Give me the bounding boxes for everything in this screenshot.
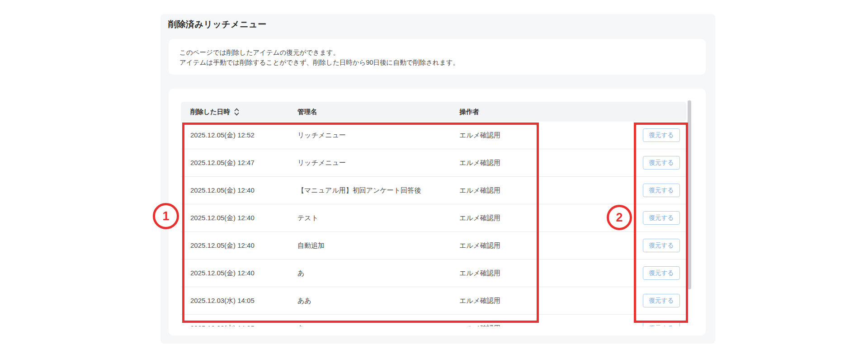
cell-operator: エルメ確認用 [459,131,634,140]
restore-button[interactable]: 復元する [643,156,680,170]
table-header-row: 削除した日時 管理名 操作者 [181,102,686,122]
table-row: 2025.12.03(水) 14:05あエルメ確認用復元する [181,315,686,326]
column-header-operator: 操作者 [459,108,634,116]
cell-deleted-at: 2025.12.05(金) 12:40 [190,214,297,222]
cell-name: テスト [297,214,459,222]
table-body: 2025.12.05(金) 12:52リッチメニューエルメ確認用復元する2025… [181,122,686,326]
cell-operator: エルメ確認用 [459,269,634,278]
restore-button[interactable]: 復元する [643,211,680,225]
deleted-rich-menu-card: 削除済みリッチメニュー このページでは削除したアイテムの復元ができます。 アイテ… [160,14,715,344]
column-header-deleted-at[interactable]: 削除した日時 [190,108,297,116]
column-header-name-label: 管理名 [297,108,317,116]
column-header-name: 管理名 [297,108,459,116]
table-scroll-area[interactable]: 削除した日時 管理名 操作者 [181,102,686,326]
restore-button[interactable]: 復元する [643,266,680,280]
cell-name: リッチメニュー [297,159,459,167]
sort-icon[interactable] [234,108,239,116]
cell-deleted-at: 2025.12.05(金) 12:47 [190,159,297,167]
cell-name: あ [297,269,459,278]
table-row: 2025.12.05(金) 12:40テストエルメ確認用復元する [181,204,686,232]
description-line-1: このページでは削除したアイテムの復元ができます。 [179,47,695,57]
cell-deleted-at: 2025.12.05(金) 12:40 [190,186,297,195]
restore-button[interactable]: 復元する [643,239,680,252]
table-row: 2025.12.05(金) 12:40あエルメ確認用復元する [181,260,686,287]
cell-actions: 復元する [634,211,686,225]
cell-actions: 復元する [634,128,686,142]
cell-name: あ [297,324,459,327]
table-row: 2025.12.03(水) 14:05ああエルメ確認用復元する [181,287,686,315]
cell-actions: 復元する [634,266,686,280]
screen: 削除済みリッチメニュー このページでは削除したアイテムの復元ができます。 アイテ… [0,0,868,354]
page-title: 削除済みリッチメニュー [168,19,267,30]
cell-deleted-at: 2025.12.03(水) 14:05 [190,297,297,305]
table-row: 2025.12.05(金) 12:52リッチメニューエルメ確認用復元する [181,122,686,149]
cell-actions: 復元する [634,294,686,307]
cell-operator: エルメ確認用 [459,324,634,327]
cell-operator: エルメ確認用 [459,159,634,167]
column-header-deleted-at-label: 削除した日時 [190,108,230,116]
cell-name: ああ [297,297,459,305]
restore-button[interactable]: 復元する [643,184,680,197]
description-line-2: アイテムは手動では削除することができず、削除した日時から90日後に自動で削除され… [179,57,695,67]
cell-name: リッチメニュー [297,131,459,140]
cell-operator: エルメ確認用 [459,297,634,305]
table-row: 2025.12.05(金) 12:47リッチメニューエルメ確認用復元する [181,149,686,177]
cell-actions: 復元する [634,184,686,197]
deleted-items-table-panel: 削除した日時 管理名 操作者 [169,89,706,335]
cell-deleted-at: 2025.12.05(金) 12:40 [190,241,297,250]
description-panel: このページでは削除したアイテムの復元ができます。 アイテムは手動では削除すること… [169,39,706,75]
cell-deleted-at: 2025.12.05(金) 12:40 [190,269,297,278]
restore-button[interactable]: 復元する [643,294,680,307]
column-header-operator-label: 操作者 [459,108,479,116]
cell-operator: エルメ確認用 [459,214,634,222]
cell-actions: 復元する [634,239,686,252]
cell-deleted-at: 2025.12.03(水) 14:05 [190,324,297,327]
table-row: 2025.12.05(金) 12:40自動追加エルメ確認用復元する [181,232,686,260]
table-row: 2025.12.05(金) 12:40【マニュアル用】初回アンケート回答後エルメ… [181,177,686,204]
cell-actions: 復元する [634,156,686,170]
cell-operator: エルメ確認用 [459,186,634,195]
table-scrollbar-thumb[interactable] [688,100,691,289]
restore-button[interactable]: 復元する [643,321,680,326]
cell-operator: エルメ確認用 [459,241,634,250]
restore-button[interactable]: 復元する [643,128,680,142]
cell-deleted-at: 2025.12.05(金) 12:52 [190,131,297,140]
cell-name: 自動追加 [297,241,459,250]
cell-actions: 復元する [634,321,686,326]
cell-name: 【マニュアル用】初回アンケート回答後 [297,186,459,195]
